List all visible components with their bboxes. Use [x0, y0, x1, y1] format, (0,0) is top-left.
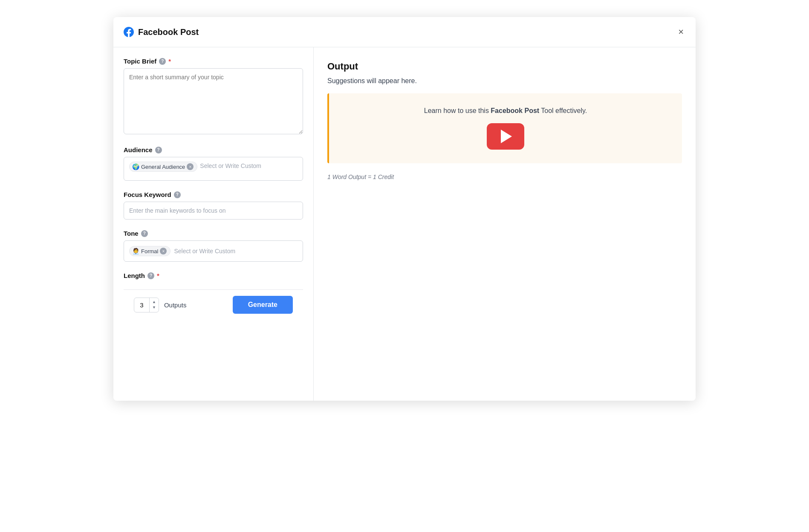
- tone-field[interactable]: 🧑‍💼 Formal × Select or Write Custom: [124, 240, 303, 262]
- topic-brief-help-icon[interactable]: ?: [159, 58, 166, 65]
- footer-bar: 3 ▲ ▼ Outputs Generate: [124, 289, 303, 320]
- focus-keyword-input[interactable]: [124, 202, 303, 220]
- outputs-stepper[interactable]: 3 ▲ ▼: [134, 298, 159, 312]
- tone-placeholder: Select or Write Custom: [174, 247, 235, 255]
- tone-tag: 🧑‍💼 Formal ×: [129, 246, 170, 256]
- output-title: Output: [327, 61, 682, 72]
- topic-brief-group: Topic Brief ? *: [124, 58, 303, 136]
- modal-header: Facebook Post ×: [113, 17, 696, 47]
- topic-brief-required: *: [168, 58, 171, 65]
- tone-tag-text: Formal: [141, 248, 158, 254]
- topic-brief-textarea[interactable]: [124, 68, 303, 134]
- suggestions-text: Suggestions will appear here.: [327, 77, 682, 85]
- close-button[interactable]: ×: [676, 26, 685, 38]
- focus-keyword-group: Focus Keyword ?: [124, 191, 303, 220]
- audience-field[interactable]: 🌍 General Audience × Select or Write Cus…: [124, 157, 303, 181]
- title-group: Facebook Post: [124, 27, 199, 37]
- audience-group: Audience ? 🌍 General Audience × Select o…: [124, 146, 303, 181]
- outputs-value: 3: [134, 298, 150, 312]
- audience-tag-emoji: 🌍: [132, 163, 139, 170]
- length-required: *: [157, 272, 159, 279]
- tone-tag-emoji: 🧑‍💼: [132, 248, 139, 254]
- generate-button[interactable]: Generate: [233, 296, 293, 314]
- facebook-icon: [124, 27, 134, 37]
- length-label: Length ? *: [124, 272, 303, 279]
- audience-label: Audience ?: [124, 146, 303, 153]
- outputs-label: Outputs: [164, 301, 187, 309]
- tone-label: Tone ?: [124, 230, 303, 237]
- left-panel: Topic Brief ? * Audience ? 🌍 General Aud…: [113, 47, 314, 401]
- stepper-down-button[interactable]: ▼: [150, 305, 159, 310]
- length-help-icon[interactable]: ?: [147, 272, 154, 279]
- focus-keyword-help-icon[interactable]: ?: [174, 191, 181, 198]
- stepper-up-button[interactable]: ▲: [150, 299, 159, 305]
- video-text-before: Learn how to use this: [424, 107, 491, 114]
- video-card: Learn how to use this Facebook Post Tool…: [327, 93, 682, 163]
- topic-brief-label: Topic Brief ? *: [124, 58, 303, 65]
- audience-tag-text: General Audience: [141, 164, 185, 170]
- audience-tag-close[interactable]: ×: [187, 163, 194, 170]
- video-tool-name: Facebook Post: [491, 107, 539, 114]
- tone-help-icon[interactable]: ?: [141, 230, 148, 237]
- stepper-arrows: ▲ ▼: [150, 299, 159, 310]
- tone-tag-close[interactable]: ×: [160, 248, 167, 254]
- youtube-play-icon: [501, 130, 512, 143]
- audience-help-icon[interactable]: ?: [155, 147, 162, 153]
- tone-group: Tone ? 🧑‍💼 Formal × Select or Write Cust…: [124, 230, 303, 262]
- youtube-play-button[interactable]: [487, 123, 524, 150]
- right-panel: Output Suggestions will appear here. Lea…: [314, 47, 696, 401]
- modal-title: Facebook Post: [138, 27, 199, 37]
- modal-body: Topic Brief ? * Audience ? 🌍 General Aud…: [113, 47, 696, 401]
- video-text-after: Tool effectively.: [539, 107, 587, 114]
- audience-tag: 🌍 General Audience ×: [129, 162, 197, 172]
- length-group: Length ? *: [124, 272, 303, 279]
- credit-note: 1 Word Output = 1 Credit: [327, 173, 682, 180]
- audience-placeholder: Select or Write Custom: [200, 162, 261, 170]
- focus-keyword-label: Focus Keyword ?: [124, 191, 303, 198]
- video-card-text: Learn how to use this Facebook Post Tool…: [424, 107, 587, 115]
